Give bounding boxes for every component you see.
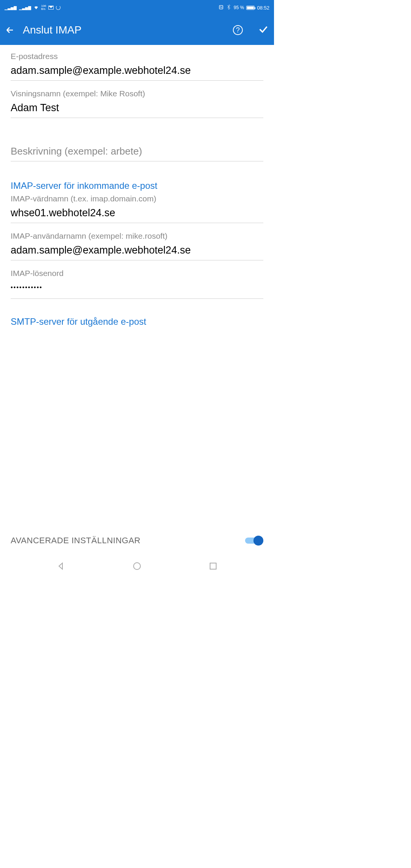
help-button[interactable]: ? [233, 25, 243, 35]
displayname-label: Visningsnamn (exempel: Mike Rosoft) [11, 89, 263, 98]
svg-point-1 [134, 563, 140, 570]
nav-recent-icon[interactable] [209, 562, 218, 572]
page-title: Anslut IMAP [23, 24, 225, 36]
confirm-button[interactable] [258, 24, 269, 36]
signal-icon-2: ▁▃▅▇ [19, 6, 31, 10]
imap-password-input[interactable] [11, 279, 263, 299]
network-speed: 106 B/s [41, 5, 46, 11]
imap-hostname-label: IMAP-värdnamn (t.ex. imap.domain.com) [11, 194, 263, 203]
imap-username-group: IMAP-användarnamn (exempel: mike.rosoft) [11, 231, 263, 260]
imap-password-label: IMAP-lösenord [11, 269, 263, 278]
displayname-input[interactable] [11, 99, 263, 118]
sync-icon [56, 5, 61, 10]
imap-hostname-group: IMAP-värdnamn (t.ex. imap.domain.com) [11, 194, 263, 223]
clock: 08:52 [257, 5, 269, 11]
email-label: E-postadress [11, 52, 263, 61]
mail-icon [48, 6, 54, 10]
displayname-field-group: Visningsnamn (exempel: Mike Rosoft) [11, 89, 263, 118]
imap-hostname-input[interactable] [11, 204, 263, 223]
advanced-toggle[interactable] [245, 536, 263, 546]
nfc-icon [218, 5, 224, 11]
email-input[interactable] [11, 62, 263, 81]
wifi-icon [33, 5, 39, 11]
advanced-label: AVANCERADE INSTÄLLNINGAR [11, 536, 140, 546]
nav-back-icon[interactable] [56, 562, 65, 572]
status-left: ▁▃▅▇ ▁▃▅▇ 106 B/s [5, 5, 61, 11]
app-bar: Anslut IMAP ? [0, 15, 274, 45]
imap-username-input[interactable] [11, 241, 263, 260]
battery-icon [246, 6, 255, 10]
advanced-toggle-bar: AVANCERADE INSTÄLLNINGAR [0, 526, 274, 555]
nav-home-icon[interactable] [132, 562, 142, 572]
form-content: E-postadress Visningsnamn (exempel: Mike… [0, 45, 274, 526]
status-bar: ▁▃▅▇ ▁▃▅▇ 106 B/s 95 % 08:52 [0, 0, 274, 15]
bluetooth-icon [226, 5, 231, 11]
email-field-group: E-postadress [11, 52, 263, 81]
imap-password-group: IMAP-lösenord [11, 269, 263, 299]
svg-rect-2 [210, 563, 216, 569]
signal-icon: ▁▃▅▇ [5, 6, 17, 10]
description-input[interactable] [11, 133, 263, 161]
system-nav-bar [0, 555, 274, 579]
imap-section-header: IMAP-server för inkommande e-post [11, 180, 263, 191]
status-right: 95 % 08:52 [218, 5, 269, 11]
back-button[interactable] [5, 26, 14, 35]
battery-percent: 95 % [234, 5, 244, 10]
imap-username-label: IMAP-användarnamn (exempel: mike.rosoft) [11, 231, 263, 241]
smtp-section-header: SMTP-server för utgående e-post [11, 316, 263, 327]
